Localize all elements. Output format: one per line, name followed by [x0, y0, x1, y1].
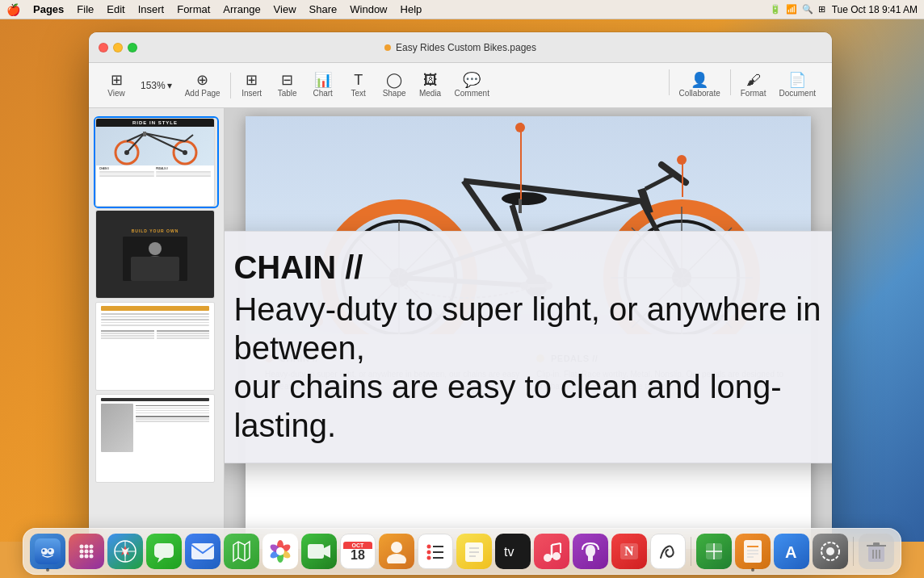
menubar-window[interactable]: Window — [343, 0, 393, 19]
svg-point-97 — [552, 552, 561, 560]
dock-music[interactable] — [534, 534, 569, 569]
wifi-icon: 📶 — [786, 4, 797, 15]
svg-point-53 — [85, 545, 89, 549]
dock-mail[interactable] — [185, 534, 220, 569]
control-center-icon[interactable]: ⊞ — [818, 4, 825, 15]
insert-label: Insert — [242, 89, 262, 98]
svg-point-54 — [90, 545, 94, 549]
thumbnail-4[interactable]: 4 — [95, 394, 217, 483]
photos-icon — [268, 539, 292, 563]
window-body: 1 RIDE IN STYLE — [89, 108, 832, 549]
toolbar-shape[interactable]: ◯ Shape — [376, 69, 413, 101]
dock-appletv[interactable]: tv — [495, 534, 531, 569]
menubar-edit[interactable]: Edit — [100, 0, 131, 19]
dock-calendar[interactable]: OCT 18 — [340, 534, 376, 569]
dock-safari[interactable] — [107, 534, 143, 569]
mail-icon — [191, 542, 215, 560]
dock-appstore[interactable]: A — [774, 534, 809, 569]
window-title-text: Easy Rides Custom Bikes.pages — [396, 42, 536, 53]
toolbar-separator-1 — [230, 73, 231, 98]
tooltip-body: Heavy-duty to super light, or anywhere i… — [233, 290, 832, 445]
reminders-icon — [424, 540, 447, 563]
svg-point-55 — [80, 550, 84, 554]
toolbar-comment[interactable]: 💬 Comment — [448, 69, 496, 101]
svg-marker-79 — [324, 545, 330, 558]
toolbar-format[interactable]: 🖌 Format — [734, 69, 773, 101]
toolbar-zoom[interactable]: 153% ▾ — [134, 77, 178, 94]
toolbar-chart[interactable]: 📊 Chart — [305, 69, 341, 101]
pages-active-dot — [751, 568, 754, 572]
svg-point-57 — [90, 550, 94, 554]
svg-point-93 — [544, 554, 552, 562]
svg-rect-103 — [744, 540, 762, 563]
thumb2-person-svg — [123, 237, 187, 281]
svg-point-50 — [49, 550, 52, 552]
svg-point-59 — [85, 555, 89, 559]
dock-freeform[interactable] — [650, 534, 686, 569]
close-button[interactable] — [99, 43, 108, 52]
shape-icon: ◯ — [386, 73, 402, 87]
dock-podcasts[interactable] — [573, 534, 608, 569]
menubar-format[interactable]: Format — [170, 0, 216, 19]
apple-menu[interactable]: 🍎 — [6, 3, 20, 16]
dock-systemprefs[interactable] — [813, 534, 848, 569]
search-icon[interactable]: 🔍 — [802, 4, 813, 15]
dock-launchpad[interactable] — [69, 534, 104, 569]
toolbar-collaborate[interactable]: 👤 Collaborate — [673, 69, 727, 101]
toolbar-media[interactable]: 🖼 Media — [413, 69, 448, 101]
dock-facetime[interactable] — [301, 534, 337, 569]
dock-pages[interactable] — [735, 534, 771, 569]
thumbnail-3[interactable]: 3 — [95, 302, 217, 391]
zoom-value: 153% — [141, 80, 166, 91]
dock-photos[interactable] — [262, 534, 298, 569]
svg-point-109 — [826, 547, 834, 555]
toolbar-view[interactable]: ⊞ View — [99, 69, 134, 101]
menubar-help[interactable]: Help — [394, 0, 429, 19]
toolbar-text[interactable]: T Text — [341, 69, 376, 101]
minimize-button[interactable] — [113, 43, 123, 52]
svg-point-11 — [149, 242, 162, 255]
menubar-view[interactable]: View — [267, 0, 303, 19]
tooltip-body-line2: our chains are easy to clean and long-la… — [233, 369, 781, 443]
menubar-file[interactable]: File — [70, 0, 100, 19]
dock-notes[interactable] — [456, 534, 492, 569]
toolbar-table[interactable]: ⊟ Table — [270, 69, 305, 101]
dock-numbers[interactable] — [696, 534, 732, 569]
thumbnail-2[interactable]: 2 BUILD YOUR OWN — [95, 210, 217, 299]
menubar-share[interactable]: Share — [303, 0, 344, 19]
menubar-insert[interactable]: Insert — [132, 0, 171, 19]
dock-contacts[interactable] — [379, 534, 414, 569]
thumb-image-4 — [95, 394, 215, 483]
zoom-button[interactable] — [128, 43, 137, 52]
window-title: Easy Rides Custom Bikes.pages — [384, 42, 536, 53]
thumbnail-1[interactable]: 1 RIDE IN STYLE — [95, 118, 217, 207]
svg-line-8 — [185, 135, 193, 141]
thumb2-photo — [123, 237, 187, 281]
text-icon: T — [354, 73, 363, 87]
maps-icon — [230, 540, 253, 563]
menubar-arrange[interactable]: Arrange — [216, 0, 267, 19]
pages-window: Easy Rides Custom Bikes.pages ⊞ View 153… — [89, 32, 832, 549]
toolbar-separator-2 — [669, 69, 670, 95]
dock-news[interactable]: N — [611, 534, 647, 569]
toolbar-insert[interactable]: ⊞ Insert — [234, 69, 270, 101]
dock-reminders[interactable] — [418, 534, 453, 569]
traffic-lights — [99, 43, 137, 52]
view-icon: ⊞ — [111, 73, 123, 87]
table-icon: ⊟ — [281, 73, 293, 87]
toolbar-document[interactable]: 📄 Document — [772, 69, 822, 101]
dock-finder[interactable] — [30, 534, 65, 569]
media-label: Media — [419, 89, 441, 98]
dock-messages[interactable] — [146, 534, 182, 569]
numbers-icon — [703, 540, 725, 563]
thumbnail-panel[interactable]: 1 RIDE IN STYLE — [89, 108, 225, 549]
messages-icon — [153, 540, 175, 563]
news-icon: N — [618, 540, 640, 563]
dock-trash[interactable] — [859, 534, 894, 569]
appstore-icon: A — [780, 540, 803, 563]
shape-label: Shape — [383, 89, 406, 98]
menubar-app-name[interactable]: Pages — [27, 0, 70, 19]
toolbar-add-page[interactable]: ⊕ Add Page — [178, 69, 227, 101]
dock-maps[interactable] — [224, 534, 259, 569]
collaborate-icon: 👤 — [691, 73, 708, 87]
